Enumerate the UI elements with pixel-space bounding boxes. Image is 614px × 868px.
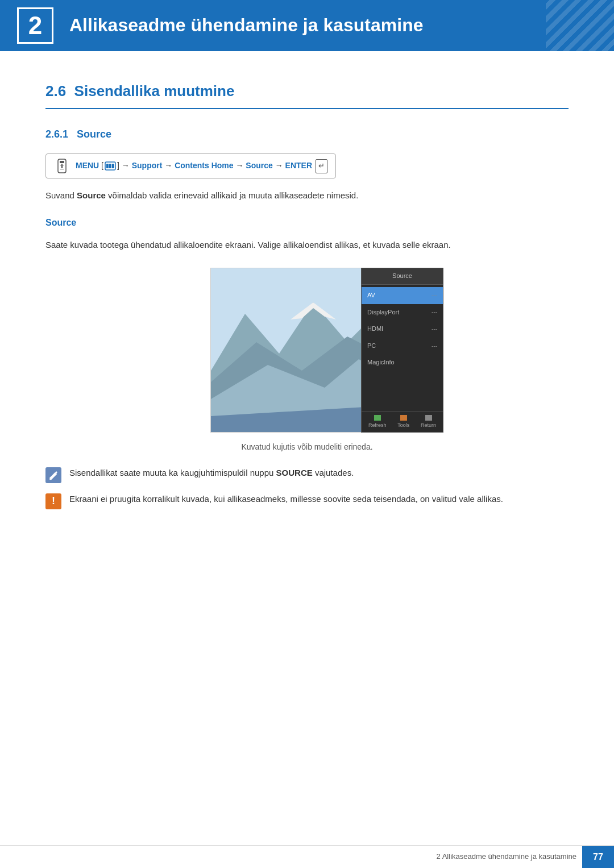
- source-item-empty1: [362, 371, 443, 378]
- source-item-pc: PC ---: [362, 338, 443, 355]
- remote-icon: [54, 158, 70, 174]
- menu-path-text: MENU [] → Support → Contents Home → Sour…: [76, 159, 327, 173]
- enter-icon: ↵: [316, 159, 327, 173]
- source-item-av: AV ---: [362, 287, 443, 304]
- chapter-number-box: 2: [17, 7, 53, 44]
- source-panel-title: Source: [362, 268, 443, 285]
- footer-page-number: 77: [582, 846, 614, 869]
- svg-rect-9: [112, 164, 114, 168]
- section-heading: 2.6 Sisendallika muutmine: [45, 80, 569, 109]
- source-item-displayport: DisplayPort ---: [362, 304, 443, 321]
- source-panel-items: AV --- DisplayPort --- HDMI --- PC ---: [362, 285, 443, 412]
- screenshot-image: Source AV --- DisplayPort --- HDMI ---: [171, 268, 443, 433]
- menu-path-box: MENU [] → Support → Contents Home → Sour…: [45, 153, 336, 178]
- description-2: Saate kuvada tootega ühendatud allikaloe…: [45, 238, 569, 252]
- svg-rect-8: [109, 164, 111, 168]
- note-text-2: Ekraani ei pruugita korralikult kuvada, …: [69, 492, 503, 506]
- return-icon: [425, 415, 432, 421]
- note-box-warning: ! Ekraani ei pruugita korralikult kuvada…: [45, 492, 569, 509]
- header-banner: 2 Allikaseadme ühendamine ja kasutamine: [0, 0, 614, 51]
- subsection-heading: 2.6.1 Source: [45, 126, 569, 143]
- note-box-info: Sisendallikat saate muuta ka kaugjuhtimi…: [45, 466, 569, 483]
- image-caption: Kuvatud kujutis võib mudeliti erineda.: [45, 441, 569, 453]
- info-pencil-icon: [45, 467, 61, 483]
- warning-exclamation-icon: !: [45, 493, 61, 509]
- note-info-icon: [45, 467, 61, 483]
- content-area: 2.6 Sisendallika muutmine 2.6.1 Source M…: [0, 51, 614, 564]
- chapter-number: 2: [28, 13, 42, 38]
- source-footer-return: Return: [421, 415, 436, 429]
- source-item-magicinfo: MagicInfo: [362, 354, 443, 371]
- svg-rect-4: [60, 169, 64, 169]
- source-item-empty2: [362, 378, 443, 385]
- header-title: Allikaseadme ühendamine ja kasutamine: [69, 11, 423, 40]
- footer-text: 2 Allikaseadme ühendamine ja kasutamine: [437, 851, 582, 863]
- tools-icon: [400, 415, 407, 421]
- svg-rect-5: [61, 164, 63, 167]
- svg-rect-1: [60, 161, 64, 163]
- source-subheading: Source: [45, 215, 569, 230]
- svg-rect-7: [106, 164, 109, 168]
- note-warning-icon: !: [45, 493, 61, 509]
- source-item-hdmi: HDMI ---: [362, 321, 443, 338]
- image-container: Source AV --- DisplayPort --- HDMI ---: [45, 268, 569, 433]
- note-text-1: Sisendallikat saate muuta ka kaugjuhtimi…: [69, 466, 354, 480]
- page-footer: 2 Allikaseadme ühendamine ja kasutamine …: [0, 845, 614, 868]
- refresh-icon: [374, 415, 381, 421]
- description-1: Suvand Source võimaldab valida erinevaid…: [45, 189, 569, 203]
- source-footer-refresh: Refresh: [368, 415, 387, 429]
- source-footer-tools: Tools: [397, 415, 409, 429]
- source-panel-footer: Refresh Tools Return: [362, 412, 443, 432]
- source-panel: Source AV --- DisplayPort --- HDMI ---: [361, 268, 443, 433]
